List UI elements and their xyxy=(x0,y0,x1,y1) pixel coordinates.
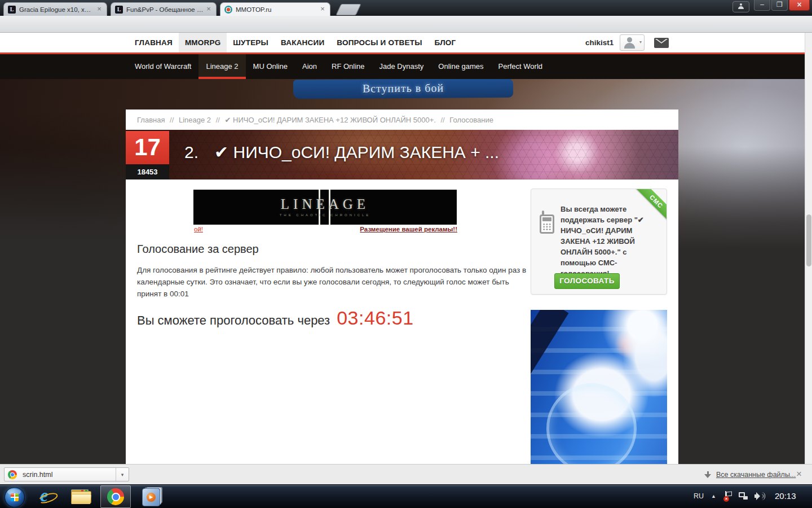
server-position: 2. xyxy=(184,143,198,161)
breadcrumb-server[interactable]: ✔ НИЧО_оСИ! ДАРИМ ЗАКЕНА +12 ЖИВОЙ ОНЛАЙ… xyxy=(225,116,436,124)
site-header: ГЛАВНАЯ MMORPG ШУТЕРЫ ВАКАНСИИ ВОПРОСЫ И… xyxy=(0,33,812,54)
artwork-glow-ring xyxy=(546,383,637,464)
download-item-menu[interactable]: ▾ xyxy=(116,472,129,478)
taskbar-explorer-icon[interactable] xyxy=(71,489,91,504)
character-artwork-banner[interactable] xyxy=(531,310,667,464)
download-shelf: scrin.html ▾ Все скачанные файлы... × xyxy=(0,464,812,484)
screen: L Gracia Epilogue x10, x50 и × L Fun&PvP… xyxy=(0,0,812,508)
server-header-banner: 2.✔ НИЧО_оСИ! ДАРИМ ЗАКЕНА + ... xyxy=(126,130,678,179)
all-downloads-link[interactable]: Все скачанные файлы... xyxy=(716,471,796,479)
tab-close-icon[interactable]: × xyxy=(95,5,103,13)
votes-count: 18453 xyxy=(126,164,169,179)
taskbar-media-player-icon[interactable]: ▶ xyxy=(142,488,160,506)
downloaded-file-item[interactable]: scrin.html ▾ xyxy=(4,467,129,481)
taskbar-chrome-active[interactable] xyxy=(100,485,131,508)
action-center-flag-icon[interactable]: × xyxy=(724,491,733,501)
windows-logo-icon xyxy=(11,493,19,501)
nav-voprosy[interactable]: ВОПРОСЫ И ОТВЕТЫ xyxy=(330,33,428,52)
gamenav-jade[interactable]: Jade Dynasty xyxy=(372,54,431,79)
nav-vakansii[interactable]: ВАКАНСИИ xyxy=(275,33,330,52)
phone-icon xyxy=(540,211,555,234)
vote-rules-text: Для голосования в рейтинге действует пра… xyxy=(137,264,527,300)
language-indicator[interactable]: RU xyxy=(694,492,704,500)
tab-close-icon[interactable]: × xyxy=(205,5,213,13)
new-tab-button[interactable] xyxy=(336,4,361,15)
gamenav-perfect-world[interactable]: Perfect World xyxy=(491,54,550,79)
main-nav: ГЛАВНАЯ MMORPG ШУТЕРЫ ВАКАНСИИ ВОПРОСЫ И… xyxy=(129,33,462,52)
server-title: 2.✔ НИЧО_оСИ! ДАРИМ ЗАКЕНА + ... xyxy=(184,142,499,162)
download-filename: scrin.html xyxy=(23,471,116,479)
network-icon[interactable] xyxy=(739,492,748,501)
breadcrumb-current: Голосование xyxy=(449,116,493,124)
lineage-favicon: L xyxy=(115,6,123,14)
tab-close-icon[interactable]: × xyxy=(319,5,326,13)
vote-heading: Голосование за сервер xyxy=(137,243,259,256)
start-button[interactable] xyxy=(5,487,25,507)
avatar-button[interactable]: ▾ xyxy=(620,34,645,51)
browser-tab-active[interactable]: MMOTOP.ru × xyxy=(220,2,330,16)
breadcrumb-lineage2[interactable]: Lineage 2 xyxy=(179,116,211,124)
content-column: Главная // Lineage 2 // ✔ НИЧО_оСИ! ДАРИ… xyxy=(126,110,678,464)
browser-tab-1[interactable]: L Gracia Epilogue x10, x50 и × xyxy=(3,2,107,16)
shelf-close-icon[interactable]: × xyxy=(796,468,802,480)
ad-links-row: ой! Размещение вашей рекламы!! xyxy=(194,226,457,233)
breadcrumb-home[interactable]: Главная xyxy=(137,116,165,124)
download-arrow-icon xyxy=(704,471,711,479)
gamenav-aion[interactable]: Aion xyxy=(295,54,324,79)
scrollbar-thumb[interactable] xyxy=(806,214,811,266)
browser-tab-2[interactable]: L Fun&PvP - Обещанное ПА × xyxy=(111,2,217,16)
advertise-link[interactable]: Размещение вашей рекламы!! xyxy=(360,226,457,233)
rank-number: 17 xyxy=(126,131,169,164)
avatar-icon xyxy=(627,37,632,42)
ad-brand-subtext: THE CHAOTIC CHRONICLE xyxy=(193,213,457,217)
profile-button[interactable] xyxy=(732,1,749,12)
gamenav-wow[interactable]: World of Warcraft xyxy=(127,54,198,79)
countdown-label: Вы сможете проголосовать через xyxy=(137,313,330,328)
window-maximize-button[interactable]: ❐ xyxy=(771,0,788,11)
page-scrollbar[interactable] xyxy=(805,33,812,464)
tab-title: MMOTOP.ru xyxy=(236,6,317,13)
vote-button[interactable]: ГОЛОСОВАТЬ xyxy=(554,273,620,289)
play-icon: ▶ xyxy=(147,493,156,502)
breadcrumb: Главная // Lineage 2 // ✔ НИЧО_оСИ! ДАРИ… xyxy=(126,110,678,130)
lineage-ad-banner[interactable]: LINEAGE THE CHAOTIC CHRONICLE xyxy=(193,190,457,225)
browser-toolbar: ← → la2.mmotop.ru/servers/20650/votes/ne… xyxy=(0,16,812,33)
window-titlebar: L Gracia Epilogue x10, x50 и × L Fun&PvP… xyxy=(0,0,812,16)
sms-vote-box: СМС Вы всегда можете поддержать сервер "… xyxy=(531,189,667,295)
gamenav-rf[interactable]: RF Online xyxy=(324,54,372,79)
countdown-row: Вы сможете проголосовать через 03:46:51 xyxy=(137,307,414,329)
nav-shutery[interactable]: ШУТЕРЫ xyxy=(227,33,275,52)
chrome-icon xyxy=(107,488,124,505)
clock[interactable]: 20:13 xyxy=(775,491,796,501)
window-close-button[interactable]: × xyxy=(789,0,810,11)
taskbar-ie-icon[interactable]: e xyxy=(37,486,59,507)
tray-expand-icon[interactable]: ▲ xyxy=(711,493,716,499)
nav-mmorpg[interactable]: MMORPG xyxy=(179,33,227,52)
lineage-favicon: L xyxy=(8,6,16,14)
countdown-timer: 03:46:51 xyxy=(337,307,413,329)
chevron-down-icon: ▾ xyxy=(639,40,642,45)
rank-badge: 17 18453 xyxy=(126,131,169,179)
oi-link[interactable]: ой! xyxy=(194,226,203,233)
mail-icon[interactable] xyxy=(654,38,669,48)
person-icon xyxy=(738,3,744,9)
tab-title: Fun&PvP - Обещанное ПА xyxy=(126,6,204,13)
page-viewport: Вступить в бой ГЛАВНАЯ MMORPG ШУТЕРЫ ВАК… xyxy=(0,33,812,464)
window-minimize-button[interactable]: – xyxy=(754,0,770,11)
tab-title: Gracia Epilogue x10, x50 и xyxy=(19,6,94,13)
username-link[interactable]: chikist1 xyxy=(585,38,614,47)
gamenav-online-games[interactable]: Online games xyxy=(431,54,491,79)
html-file-icon xyxy=(8,470,17,479)
taskbar: e ▶ RU ▲ × 20:13 xyxy=(0,484,812,508)
sms-text: Вы всегда можете поддержать сервер "✔ НИ… xyxy=(561,204,660,279)
mmotop-favicon xyxy=(224,6,232,14)
speaker-icon[interactable] xyxy=(754,492,765,501)
nav-blog[interactable]: БЛОГ xyxy=(429,33,462,52)
game-nav: World of Warcraft Lineage 2 MU Online Ai… xyxy=(0,54,812,79)
nav-glavnaya[interactable]: ГЛАВНАЯ xyxy=(129,33,179,52)
gamenav-lineage2[interactable]: Lineage 2 xyxy=(198,54,245,79)
ad-brand-text: LINEAGE xyxy=(193,196,457,212)
gamenav-mu[interactable]: MU Online xyxy=(246,54,295,79)
server-name: ✔ НИЧО_оСИ! ДАРИМ ЗАКЕНА + ... xyxy=(214,143,499,161)
